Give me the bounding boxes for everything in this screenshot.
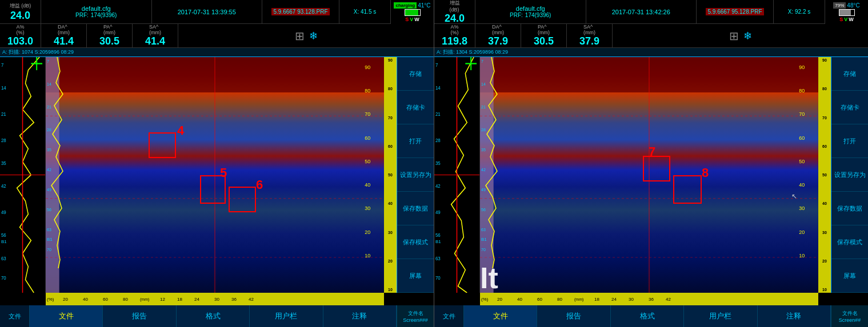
filename-value-2: Screen## <box>839 317 861 323</box>
da-value-1: 41.4 <box>54 35 74 47</box>
menu-save-as-2[interactable]: 设置另存为 <box>831 158 868 192</box>
svg-text:40: 40 <box>83 297 88 302</box>
sa-cell-2: SA^(mm) 37.9 <box>567 24 613 47</box>
svg-text:24: 24 <box>194 297 199 302</box>
config-cell-2: default.cfg PRF: 174(9396) <box>475 0 586 23</box>
svg-text:7: 7 <box>1 62 4 68</box>
w-label-1: W <box>414 17 419 22</box>
menu-screen-2[interactable]: 屏幕 <box>831 259 868 293</box>
tab-baogao-1[interactable]: 报告 <box>103 305 176 327</box>
menu-save-as-1[interactable]: 设置另存为 <box>397 158 434 192</box>
tab-zhushi-1[interactable]: 注释 <box>323 305 397 327</box>
svg-text:90: 90 <box>799 64 805 70</box>
tab-yonghulan-2[interactable]: 用户栏 <box>684 305 757 327</box>
menu-save-mode-2[interactable]: 保存模式 <box>831 225 868 259</box>
svg-text:80: 80 <box>799 88 805 94</box>
svg-text:63: 63 <box>47 228 51 232</box>
sub-header-text-1: A: 扫描: 1074 S:2059896 08:29 <box>2 49 74 56</box>
menu-save-data-2[interactable]: 保存数据 <box>831 192 868 225</box>
svg-text:28: 28 <box>1 138 6 144</box>
menu-save-mode-1[interactable]: 保存模式 <box>397 225 434 259</box>
svg-text:42: 42 <box>666 297 671 302</box>
svg-text:30: 30 <box>629 297 634 302</box>
svg-text:70: 70 <box>435 274 441 281</box>
menu-store-card-2[interactable]: 存储卡 <box>831 91 868 124</box>
svg-text:70: 70 <box>1 274 6 281</box>
svg-text:49: 49 <box>1 209 6 216</box>
prf-value-2: 174(9396) <box>525 12 551 18</box>
icons-cell-1: ⊞ ❄ <box>178 24 434 47</box>
svg-text:14: 14 <box>47 82 51 86</box>
tab-baogao-2[interactable]: 报告 <box>537 305 610 327</box>
x-cell-1: X: 41.5 s <box>339 0 391 23</box>
tab-wenjian-2[interactable]: 文件 <box>464 305 537 327</box>
svg-text:20: 20 <box>365 229 370 235</box>
svg-text:20: 20 <box>497 297 502 302</box>
a-value-1: 103.0 <box>7 35 33 47</box>
svg-text:40: 40 <box>365 182 370 188</box>
speed-cell-2: 5.9.6667 95.128.PRF <box>697 0 774 23</box>
pa-value-1: 30.5 <box>99 35 119 47</box>
svg-text:60: 60 <box>103 297 108 302</box>
prf-label-2: PRF: <box>510 12 523 18</box>
menu-save-data-1[interactable]: 保存数据 <box>397 192 434 225</box>
svg-text:63: 63 <box>435 255 441 261</box>
tab-geshi-2[interactable]: 格式 <box>611 305 684 327</box>
annotation-label-4: 4 <box>177 123 184 138</box>
menu-store-1[interactable]: 存储 <box>397 57 434 91</box>
scan-center-2: 90 80 70 60 50 40 30 20 10 B1 7 14 21 28… <box>480 57 818 293</box>
svg-text:7: 7 <box>481 59 483 63</box>
y-scale-2: 90 80 70 60 50 40 30 20 10 <box>818 57 831 293</box>
svg-text:14: 14 <box>435 85 441 91</box>
annotation-box-4 <box>149 132 176 158</box>
battery-fill-1 <box>405 10 418 15</box>
annotation-box-8 <box>673 175 702 204</box>
svg-text:18: 18 <box>177 297 182 302</box>
da-cell-1: DA^(mm) 41.4 <box>41 24 87 47</box>
tab-wenjian-1[interactable]: 文件 <box>30 305 103 327</box>
svg-text:B1: B1 <box>47 237 53 242</box>
side-menu-1: 存储 存储卡 打开 设置另存为 保存数据 保存模式 屏幕 <box>397 57 434 293</box>
a-cell-2: A%(%) 119.8 <box>434 24 475 47</box>
svg-text:30: 30 <box>214 297 219 302</box>
svg-text:70: 70 <box>47 248 51 252</box>
datetime-value-1: 2017-07-31 13:39:55 <box>178 9 236 15</box>
tab-zhushi-2[interactable]: 注释 <box>758 305 831 327</box>
svg-text:7: 7 <box>47 59 49 63</box>
menu-store-2[interactable]: 存储 <box>831 57 868 91</box>
prf-label-1: PRF: <box>75 12 89 18</box>
filename-label-2: 文件名 <box>842 310 858 317</box>
svg-text:36: 36 <box>231 297 237 302</box>
header-row1-panel2: 增益(dB) 24.0 default.cfg PRF: 174(9396) 2… <box>434 0 868 24</box>
annotation-label-6: 6 <box>256 177 263 192</box>
waveform-left-1: 7 14 21 28 35 42 49 56 63 70 <box>0 57 46 293</box>
w-label-2: W <box>849 17 854 22</box>
svg-text:49: 49 <box>47 188 51 192</box>
sa-value-1: 41.4 <box>145 35 165 47</box>
svg-text:42: 42 <box>481 168 486 172</box>
svg-text:B1: B1 <box>481 237 487 242</box>
svg-text:10: 10 <box>799 253 805 259</box>
ruler-bottom-2: (%) 20 40 60 80 (mm) 18 24 30 36 42 <box>480 293 818 305</box>
bottom-tabs-2: 文件 文件 报告 格式 用户栏 注释 文件名 Screen## <box>434 305 868 327</box>
svg-text:70: 70 <box>481 248 486 252</box>
datetime-cell-1: 2017-07-31 13:39:55 <box>152 0 263 23</box>
grid-icon-1: ⊞ <box>295 29 305 43</box>
gain-cell-1: 增益 (dB) 24.0 <box>0 0 41 23</box>
menu-screen-1[interactable]: 屏幕 <box>397 259 434 293</box>
datetime-cell-2: 2017-07-31 13:42:26 <box>586 0 697 23</box>
tab-geshi-1[interactable]: 格式 <box>177 305 250 327</box>
svg-text:(mm): (mm) <box>574 297 583 302</box>
menu-open-2[interactable]: 打开 <box>831 124 868 158</box>
svg-text:60: 60 <box>799 135 805 141</box>
svg-text:35: 35 <box>481 148 486 152</box>
x-cell-2: X: 92.2 s <box>774 0 825 23</box>
gain-label-2: 增益(dB) <box>450 0 460 13</box>
svg-text:20: 20 <box>63 297 68 302</box>
tab-yonghulan-1[interactable]: 用户栏 <box>250 305 323 327</box>
waveform-left-2: 7 14 21 28 35 42 49 56 63 70 B1 <box>434 57 480 293</box>
menu-open-1[interactable]: 打开 <box>397 124 434 158</box>
sa-label-2: SA^(mm) <box>583 24 595 35</box>
svg-text:14: 14 <box>1 85 6 91</box>
menu-store-card-1[interactable]: 存储卡 <box>397 91 434 124</box>
